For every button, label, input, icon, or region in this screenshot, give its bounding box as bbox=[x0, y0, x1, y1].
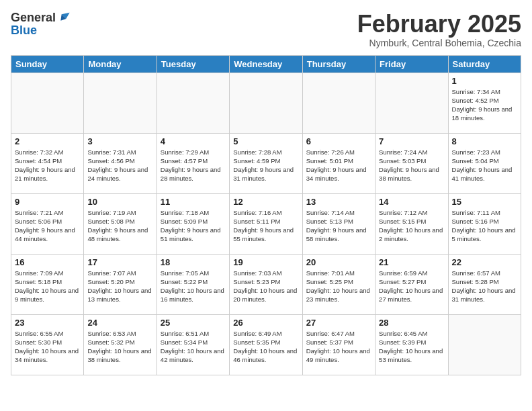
day-number: 12 bbox=[233, 197, 298, 207]
day-info: Sunrise: 7:19 AM Sunset: 5:08 PM Dayligh… bbox=[87, 208, 152, 244]
day-number: 7 bbox=[379, 136, 444, 146]
weekday-header-row: SundayMondayTuesdayWednesdayThursdayFrid… bbox=[11, 55, 521, 73]
logo-general: General bbox=[11, 11, 56, 24]
calendar-cell: 12Sunrise: 7:16 AM Sunset: 5:11 PM Dayli… bbox=[230, 193, 302, 254]
day-info: Sunrise: 7:31 AM Sunset: 4:56 PM Dayligh… bbox=[87, 148, 152, 183]
day-number: 22 bbox=[452, 257, 517, 267]
day-info: Sunrise: 7:23 AM Sunset: 5:04 PM Dayligh… bbox=[452, 148, 517, 183]
weekday-header-friday: Friday bbox=[375, 55, 448, 73]
calendar-cell: 4Sunrise: 7:29 AM Sunset: 4:57 PM Daylig… bbox=[157, 133, 229, 193]
calendar-cell: 8Sunrise: 7:23 AM Sunset: 5:04 PM Daylig… bbox=[448, 133, 521, 193]
calendar-week-row: 2Sunrise: 7:32 AM Sunset: 4:54 PM Daylig… bbox=[11, 133, 521, 193]
day-info: Sunrise: 7:29 AM Sunset: 4:57 PM Dayligh… bbox=[161, 148, 226, 183]
day-number: 2 bbox=[15, 136, 80, 146]
calendar-cell bbox=[302, 73, 375, 133]
day-number: 18 bbox=[161, 257, 226, 267]
day-info: Sunrise: 6:49 AM Sunset: 5:35 PM Dayligh… bbox=[233, 329, 298, 365]
day-number: 9 bbox=[15, 197, 80, 207]
weekday-header-saturday: Saturday bbox=[448, 55, 521, 73]
day-number: 11 bbox=[161, 197, 226, 207]
day-number: 4 bbox=[161, 136, 226, 146]
weekday-header-monday: Monday bbox=[84, 55, 157, 73]
day-info: Sunrise: 6:45 AM Sunset: 5:39 PM Dayligh… bbox=[379, 329, 444, 365]
day-number: 19 bbox=[233, 257, 298, 267]
day-info: Sunrise: 7:07 AM Sunset: 5:20 PM Dayligh… bbox=[87, 269, 152, 304]
calendar-cell: 14Sunrise: 7:12 AM Sunset: 5:15 PM Dayli… bbox=[375, 193, 448, 254]
day-info: Sunrise: 7:03 AM Sunset: 5:23 PM Dayligh… bbox=[233, 269, 298, 304]
day-number: 17 bbox=[87, 257, 152, 267]
day-info: Sunrise: 7:26 AM Sunset: 5:01 PM Dayligh… bbox=[306, 148, 371, 183]
calendar-cell: 10Sunrise: 7:19 AM Sunset: 5:08 PM Dayli… bbox=[84, 193, 157, 254]
calendar-cell: 1Sunrise: 7:34 AM Sunset: 4:52 PM Daylig… bbox=[448, 73, 521, 133]
calendar-cell: 24Sunrise: 6:53 AM Sunset: 5:32 PM Dayli… bbox=[84, 314, 157, 375]
calendar-week-row: 16Sunrise: 7:09 AM Sunset: 5:18 PM Dayli… bbox=[11, 254, 521, 314]
calendar-cell: 6Sunrise: 7:26 AM Sunset: 5:01 PM Daylig… bbox=[302, 133, 375, 193]
day-info: Sunrise: 7:14 AM Sunset: 5:13 PM Dayligh… bbox=[306, 208, 371, 244]
calendar-cell bbox=[157, 73, 229, 133]
weekday-header-thursday: Thursday bbox=[302, 55, 375, 73]
day-number: 6 bbox=[306, 136, 371, 146]
calendar-cell: 27Sunrise: 6:47 AM Sunset: 5:37 PM Dayli… bbox=[302, 314, 375, 375]
calendar-week-row: 9Sunrise: 7:21 AM Sunset: 5:06 PM Daylig… bbox=[11, 193, 521, 254]
weekday-header-sunday: Sunday bbox=[11, 55, 84, 73]
day-number: 8 bbox=[452, 136, 517, 146]
day-number: 24 bbox=[87, 318, 152, 328]
logo-blue: Blue bbox=[11, 24, 37, 36]
calendar-cell: 26Sunrise: 6:49 AM Sunset: 5:35 PM Dayli… bbox=[230, 314, 302, 375]
calendar-cell: 16Sunrise: 7:09 AM Sunset: 5:18 PM Dayli… bbox=[11, 254, 84, 314]
day-info: Sunrise: 7:05 AM Sunset: 5:22 PM Dayligh… bbox=[161, 269, 226, 304]
day-info: Sunrise: 7:09 AM Sunset: 5:18 PM Dayligh… bbox=[15, 269, 80, 304]
day-info: Sunrise: 7:32 AM Sunset: 4:54 PM Dayligh… bbox=[15, 148, 80, 183]
logo: General Blue bbox=[11, 11, 71, 36]
day-info: Sunrise: 6:47 AM Sunset: 5:37 PM Dayligh… bbox=[306, 329, 371, 365]
calendar-cell: 21Sunrise: 6:59 AM Sunset: 5:27 PM Dayli… bbox=[375, 254, 448, 314]
calendar-cell: 19Sunrise: 7:03 AM Sunset: 5:23 PM Dayli… bbox=[230, 254, 302, 314]
day-number: 5 bbox=[233, 136, 298, 146]
day-info: Sunrise: 7:01 AM Sunset: 5:25 PM Dayligh… bbox=[306, 269, 371, 304]
calendar-cell: 20Sunrise: 7:01 AM Sunset: 5:25 PM Dayli… bbox=[302, 254, 375, 314]
location-subtitle: Nymburk, Central Bohemia, Czechia bbox=[357, 38, 521, 48]
day-info: Sunrise: 7:24 AM Sunset: 5:03 PM Dayligh… bbox=[379, 148, 444, 183]
day-number: 27 bbox=[306, 318, 371, 328]
day-number: 15 bbox=[452, 197, 517, 207]
weekday-header-tuesday: Tuesday bbox=[157, 55, 229, 73]
day-info: Sunrise: 7:16 AM Sunset: 5:11 PM Dayligh… bbox=[233, 208, 298, 244]
day-info: Sunrise: 7:21 AM Sunset: 5:06 PM Dayligh… bbox=[15, 208, 80, 244]
day-number: 16 bbox=[15, 257, 80, 267]
calendar-cell: 9Sunrise: 7:21 AM Sunset: 5:06 PM Daylig… bbox=[11, 193, 84, 254]
calendar-cell bbox=[375, 73, 448, 133]
day-info: Sunrise: 6:51 AM Sunset: 5:34 PM Dayligh… bbox=[161, 329, 226, 365]
day-number: 26 bbox=[233, 318, 298, 328]
day-number: 10 bbox=[87, 197, 152, 207]
title-area: February 2025 Nymburk, Central Bohemia, … bbox=[357, 11, 521, 48]
day-number: 28 bbox=[379, 318, 444, 328]
day-number: 25 bbox=[161, 318, 226, 328]
day-info: Sunrise: 6:55 AM Sunset: 5:30 PM Dayligh… bbox=[15, 329, 80, 365]
day-info: Sunrise: 7:12 AM Sunset: 5:15 PM Dayligh… bbox=[379, 208, 444, 244]
calendar-cell: 5Sunrise: 7:28 AM Sunset: 4:59 PM Daylig… bbox=[230, 133, 302, 193]
day-info: Sunrise: 6:57 AM Sunset: 5:28 PM Dayligh… bbox=[452, 269, 517, 304]
calendar-cell: 22Sunrise: 6:57 AM Sunset: 5:28 PM Dayli… bbox=[448, 254, 521, 314]
day-info: Sunrise: 6:53 AM Sunset: 5:32 PM Dayligh… bbox=[87, 329, 152, 365]
day-number: 21 bbox=[379, 257, 444, 267]
day-number: 23 bbox=[15, 318, 80, 328]
calendar-cell: 11Sunrise: 7:18 AM Sunset: 5:09 PM Dayli… bbox=[157, 193, 229, 254]
logo-bird-icon bbox=[57, 11, 71, 24]
page-header: General Blue February 2025 Nymburk, Cent… bbox=[11, 11, 521, 48]
day-info: Sunrise: 7:34 AM Sunset: 4:52 PM Dayligh… bbox=[452, 87, 517, 123]
calendar-cell bbox=[448, 314, 521, 375]
calendar-cell: 28Sunrise: 6:45 AM Sunset: 5:39 PM Dayli… bbox=[375, 314, 448, 375]
calendar-cell: 15Sunrise: 7:11 AM Sunset: 5:16 PM Dayli… bbox=[448, 193, 521, 254]
day-info: Sunrise: 7:18 AM Sunset: 5:09 PM Dayligh… bbox=[161, 208, 226, 244]
calendar-week-row: 23Sunrise: 6:55 AM Sunset: 5:30 PM Dayli… bbox=[11, 314, 521, 375]
weekday-header-wednesday: Wednesday bbox=[230, 55, 302, 73]
day-number: 1 bbox=[452, 76, 517, 86]
calendar-cell: 3Sunrise: 7:31 AM Sunset: 4:56 PM Daylig… bbox=[84, 133, 157, 193]
day-number: 14 bbox=[379, 197, 444, 207]
calendar-cell: 17Sunrise: 7:07 AM Sunset: 5:20 PM Dayli… bbox=[84, 254, 157, 314]
calendar-cell bbox=[230, 73, 302, 133]
day-info: Sunrise: 7:28 AM Sunset: 4:59 PM Dayligh… bbox=[233, 148, 298, 183]
day-number: 3 bbox=[87, 136, 152, 146]
calendar-cell bbox=[84, 73, 157, 133]
calendar-cell: 25Sunrise: 6:51 AM Sunset: 5:34 PM Dayli… bbox=[157, 314, 229, 375]
